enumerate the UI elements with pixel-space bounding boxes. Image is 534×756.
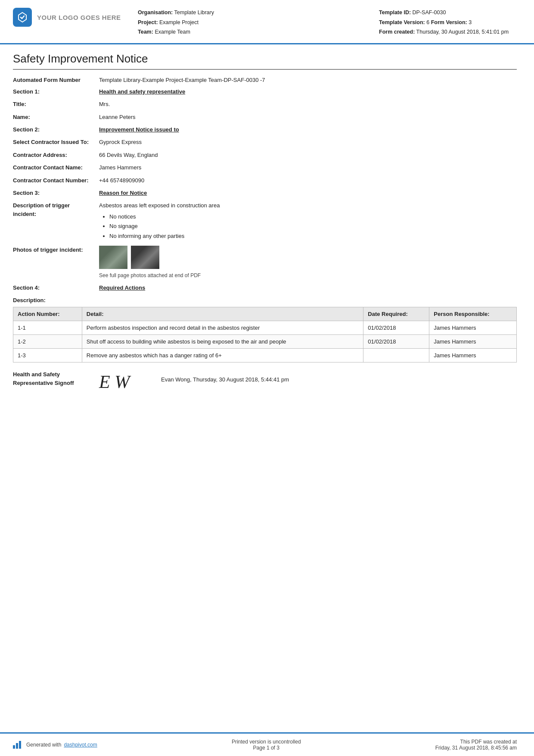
section4-label: Section 4:	[13, 284, 99, 291]
name-value: Leanne Peters	[99, 113, 517, 122]
table-th: Detail:	[82, 307, 363, 321]
photos-thumbs	[99, 246, 517, 269]
contractor-select-value: Gyprock Express	[99, 138, 517, 147]
photos-label: Photos of trigger incident:	[13, 246, 99, 254]
section4-title: Required Actions	[99, 284, 145, 291]
form-created-line: Form created: Thursday, 30 August 2018, …	[379, 27, 517, 37]
photo-caption: See full page photos attached at end of …	[99, 272, 517, 279]
table-cell-person: James Hammers	[429, 321, 517, 335]
section3-label: Section 3:	[13, 190, 99, 196]
section3-title: Reason for Notice	[99, 190, 147, 196]
name-row: Name: Leanne Peters	[13, 113, 517, 122]
photo-thumb-1	[99, 246, 127, 269]
contractor-address-row: Contractor Address: 66 Devils Way, Engla…	[13, 151, 517, 159]
header-meta-left: Organisation: Template Library Project: …	[138, 8, 379, 37]
team-value: Example Team	[155, 29, 190, 35]
table-cell-detail: Shut off access to building while asbest…	[82, 335, 363, 349]
actions-table: Action Number:Detail:Date Required:Perso…	[13, 307, 517, 362]
automated-form-number-label: Automated Form Number	[13, 76, 99, 84]
photos-value: See full page photos attached at end of …	[99, 246, 517, 279]
trigger-bullets-list: No noticesNo signageNo informing any oth…	[109, 212, 517, 241]
logo-area: YOUR LOGO GOES HERE	[13, 8, 125, 27]
footer-page-uncontrolled: Printed version is uncontrolled	[232, 739, 301, 745]
signoff-row: Health and Safety Representative Signoff…	[13, 370, 517, 391]
footer-page-info: Page 1 of 3	[232, 745, 301, 751]
name-label: Name:	[13, 113, 99, 122]
page: YOUR LOGO GOES HERE Organisation: Templa…	[0, 0, 534, 756]
contractor-contact-name-value: James Hammers	[99, 163, 517, 172]
team-label: Team:	[138, 29, 153, 35]
footer-bars-icon	[13, 741, 21, 749]
footer-bar-1	[13, 745, 15, 749]
table-cell-person: James Hammers	[429, 349, 517, 362]
project-value: Example Project	[159, 19, 199, 25]
footer-generated-link[interactable]: dashpivot.com	[64, 742, 97, 748]
template-id-line: Template ID: DP-SAF-0030	[379, 8, 517, 18]
footer-right: This PDF was created at Friday, 31 Augus…	[435, 739, 517, 751]
logo-icon	[13, 8, 32, 27]
form-version-value: 3	[469, 19, 472, 25]
form-version-label: Form Version:	[431, 19, 467, 25]
table-cell-date_required: 01/02/2018	[363, 335, 429, 349]
trigger-desc-label: Description of trigger incident:	[13, 201, 99, 218]
table-th: Date Required:	[363, 307, 429, 321]
contractor-address-label: Contractor Address:	[13, 151, 99, 159]
footer: Generated with dashpivot.com Printed ver…	[0, 732, 534, 756]
trigger-desc-value: Asbestos areas left exposed in construct…	[99, 201, 517, 241]
section1-title: Health and safety representative	[99, 88, 185, 95]
trigger-bullet-item: No notices	[109, 212, 517, 221]
template-id-label: Template ID:	[379, 9, 411, 16]
section4-header-row: Section 4: Required Actions	[13, 284, 517, 291]
doc-title: Safety Improvement Notice	[13, 52, 517, 70]
contractor-select-row: Select Contractor Issued To: Gyprock Exp…	[13, 138, 517, 147]
section2-label: Section 2:	[13, 126, 99, 133]
section2-title: Improvement Notice issued to	[99, 126, 179, 133]
title-value: Mrs.	[99, 100, 517, 109]
table-cell-action_number: 1-1	[13, 321, 82, 335]
project-label: Project:	[138, 19, 158, 25]
main-content: Safety Improvement Notice Automated Form…	[0, 44, 534, 733]
footer-bar-2	[16, 743, 18, 749]
signoff-label: Health and Safety Representative Signoff	[13, 370, 99, 387]
table-cell-date_required	[363, 349, 429, 362]
logo-text: YOUR LOGO GOES HERE	[37, 14, 121, 21]
footer-generated-prefix: Generated with	[26, 742, 61, 748]
table-row: 1-2Shut off access to building while asb…	[13, 335, 517, 349]
automated-form-number-row: Automated Form Number Template Library-E…	[13, 76, 517, 84]
table-cell-date_required: 01/02/2018	[363, 321, 429, 335]
photo-thumb-2	[131, 246, 159, 269]
section2-header-row: Section 2: Improvement Notice issued to	[13, 126, 517, 133]
form-created-value: Thursday, 30 August 2018, 5:41:01 pm	[416, 29, 509, 35]
header-meta-right: Template ID: DP-SAF-0030 Template Versio…	[379, 8, 517, 37]
table-th: Action Number:	[13, 307, 82, 321]
contractor-contact-name-label: Contractor Contact Name:	[13, 163, 99, 172]
section1-header-row: Section 1: Health and safety representat…	[13, 88, 517, 95]
template-version-line: Template Version: 6 Form Version: 3	[379, 18, 517, 28]
table-header-row: Action Number:Detail:Date Required:Perso…	[13, 307, 517, 321]
table-header: Action Number:Detail:Date Required:Perso…	[13, 307, 517, 321]
template-version-label: Template Version:	[379, 19, 425, 25]
contractor-phone-value: +44 65748909090	[99, 176, 517, 185]
footer-left: Generated with dashpivot.com	[13, 741, 97, 749]
table-cell-action_number: 1-2	[13, 335, 82, 349]
footer-center: Printed version is uncontrolled Page 1 o…	[232, 739, 301, 751]
footer-bar-3	[19, 741, 21, 749]
table-section: Description: Action Number:Detail:Date R…	[13, 297, 517, 362]
template-id-value: DP-SAF-0030	[413, 9, 446, 16]
project-line: Project: Example Project	[138, 18, 379, 28]
table-row: 1-1Perform asbestos inspection and recor…	[13, 321, 517, 335]
trigger-bullet-item: No informing any other parties	[109, 232, 517, 241]
contractor-address-value: 66 Devils Way, England	[99, 151, 517, 159]
contractor-phone-row: Contractor Contact Number: +44 657489090…	[13, 176, 517, 185]
table-cell-person: James Hammers	[429, 335, 517, 349]
signoff-signature: E W	[99, 370, 151, 391]
contractor-select-label: Select Contractor Issued To:	[13, 138, 99, 147]
form-created-label: Form created:	[379, 29, 415, 35]
contractor-phone-label: Contractor Contact Number:	[13, 176, 99, 185]
table-cell-detail: Perform asbestos inspection and record d…	[82, 321, 363, 335]
automated-form-number-value: Template Library-Example Project-Example…	[99, 76, 517, 84]
footer-pdf-created-line1: This PDF was created at	[435, 739, 517, 745]
org-label: Organisation:	[138, 9, 173, 16]
title-row: Title: Mrs.	[13, 100, 517, 109]
logo-svg	[17, 12, 28, 23]
